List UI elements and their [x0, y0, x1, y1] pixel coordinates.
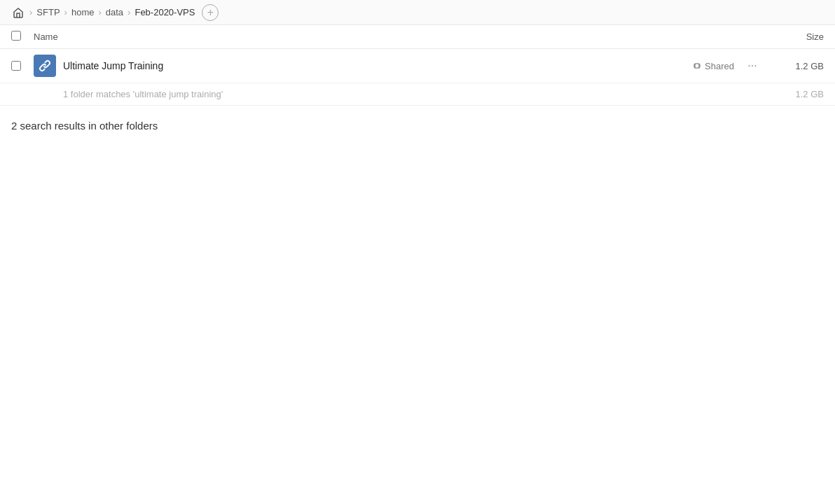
- breadcrumb-sep-3: ›: [127, 7, 130, 18]
- breadcrumb-item-feb2020vps[interactable]: Feb-2020-VPS: [132, 6, 198, 19]
- select-all-input[interactable]: [11, 31, 21, 41]
- shared-badge: Shared: [692, 61, 734, 71]
- match-info-row: 1 folder matches 'ultimate jump training…: [0, 83, 835, 106]
- ellipsis-icon: ···: [747, 59, 757, 72]
- name-column-header: Name: [34, 31, 768, 42]
- file-row[interactable]: Ultimate Jump Training Shared ··· 1.2 GB: [0, 49, 835, 83]
- file-size-value: 1.2 GB: [768, 61, 824, 71]
- other-folders-section: 2 search results in other folders: [0, 106, 835, 140]
- row-checkbox[interactable]: [11, 61, 21, 71]
- breadcrumb-sep-1: ›: [64, 7, 67, 18]
- size-column-header: Size: [768, 31, 824, 42]
- shared-label: Shared: [705, 61, 734, 71]
- more-options-button[interactable]: ···: [743, 56, 762, 76]
- breadcrumb-sep-2: ›: [98, 7, 101, 18]
- folder-icon-box: [34, 55, 56, 77]
- row-checkbox-container[interactable]: [11, 61, 28, 71]
- add-button[interactable]: +: [202, 4, 219, 21]
- link-shared-icon: [692, 61, 702, 71]
- breadcrumb-item-sftp[interactable]: SFTP: [34, 6, 62, 19]
- breadcrumb-item-home[interactable]: home: [69, 6, 97, 19]
- breadcrumb-sep-0: ›: [29, 7, 32, 18]
- link-icon: [38, 59, 52, 73]
- match-info-text: 1 folder matches 'ultimate jump training…: [63, 89, 223, 99]
- home-icon[interactable]: [8, 3, 28, 22]
- topbar: › SFTP › home › data › Feb-2020-VPS +: [0, 0, 835, 25]
- match-info-size: 1.2 GB: [796, 89, 824, 99]
- folder-icon: [34, 55, 56, 77]
- breadcrumb: › SFTP › home › data › Feb-2020-VPS +: [8, 3, 219, 22]
- select-all-checkbox[interactable]: [11, 31, 28, 43]
- column-header-row: Name Size: [0, 25, 835, 49]
- other-folders-title: 2 search results in other folders: [11, 120, 824, 132]
- breadcrumb-item-data[interactable]: data: [103, 6, 126, 19]
- file-name-label: Ultimate Jump Training: [63, 60, 692, 71]
